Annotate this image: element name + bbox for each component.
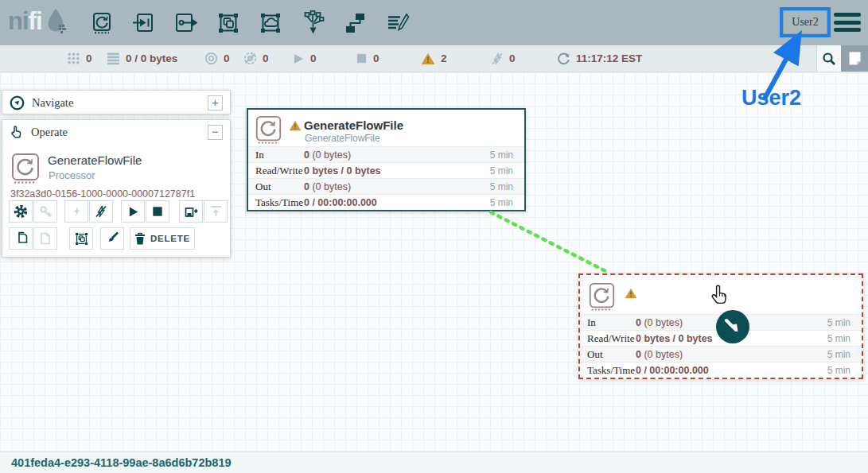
hamburger-bar: [834, 13, 861, 17]
status-transmitting: 0: [204, 45, 230, 72]
current-user[interactable]: User2: [783, 10, 827, 34]
stat-row-tasks: Tasks/Time 0 / 00:00:00.000 5 min: [580, 362, 862, 378]
drop-target-badge-icon: [715, 309, 750, 344]
group-button[interactable]: [69, 227, 93, 250]
mouse-hand-cursor: [709, 284, 730, 308]
enable-button[interactable]: [64, 200, 88, 223]
processor-generateflowfile[interactable]: GenerateFlowFile GenerateFlowFile In 0 (…: [247, 108, 526, 211]
template-icon[interactable]: [342, 10, 368, 36]
status-value: 0: [86, 52, 92, 64]
selected-component-name: GenerateFlowFile: [48, 153, 142, 167]
refresh-icon[interactable]: [557, 52, 570, 65]
stat-window: 5 min: [490, 181, 524, 192]
upload-template-button[interactable]: [204, 200, 228, 223]
stat-value-sub: (0 bytes): [641, 317, 683, 328]
search-icon: [822, 52, 836, 66]
status-value: 11:17:12 EST: [576, 52, 642, 64]
stat-window: 5 min: [827, 333, 862, 344]
stat-window: 5 min: [490, 149, 524, 161]
group-selection-icon: [74, 231, 89, 246]
stat-value: 0 (0 bytes): [636, 349, 683, 360]
remote-process-group-icon[interactable]: [258, 10, 283, 36]
processor-icon[interactable]: [89, 10, 115, 36]
warning-triangle-icon: [289, 120, 302, 131]
navigate-header[interactable]: Navigate +: [2, 91, 230, 114]
stat-window: 5 min: [827, 365, 862, 376]
logo-text-ni: ni: [8, 7, 29, 36]
stat-row-out: Out 0 (0 bytes) 5 min: [248, 178, 524, 194]
stat-value: 0 / 00:00:00.000: [304, 197, 377, 208]
stat-label: In: [580, 316, 636, 329]
status-value: 0 / 0 bytes: [126, 52, 177, 64]
input-port-icon[interactable]: [131, 10, 157, 36]
key-icon: [39, 205, 53, 219]
component-toolbar: [89, 0, 410, 45]
process-group-icon[interactable]: [216, 10, 241, 36]
current-user-highlight: User2: [780, 7, 831, 37]
stat-value-main: 0 / 00:00:00.000: [304, 197, 377, 208]
annotation-user-label: User2: [741, 86, 801, 110]
flow-id-breadcrumb[interactable]: 401feda4-e293-4118-99ae-8a6d6b72b819: [11, 456, 232, 469]
label-icon[interactable]: [384, 10, 410, 36]
stat-value: 0 bytes / 0 bytes: [304, 165, 381, 176]
navigate-title: Navigate: [32, 96, 73, 110]
top-toolbar: nifi: [0, 0, 868, 45]
operate-header[interactable]: Operate −: [2, 120, 230, 144]
operate-title: Operate: [31, 126, 68, 139]
global-menu-button[interactable]: [834, 13, 861, 32]
copy-button[interactable]: [9, 227, 33, 250]
stat-value-main: 0: [636, 349, 641, 360]
disable-button[interactable]: [89, 200, 113, 223]
threads-grid-icon: [67, 52, 80, 65]
navigate-expand-button[interactable]: +: [208, 95, 223, 110]
stat-window: 5 min: [490, 197, 524, 208]
start-button[interactable]: [121, 200, 145, 223]
status-value: 0: [373, 52, 380, 64]
search-button[interactable]: [816, 45, 841, 72]
processor-name: GenerateFlowFile: [304, 118, 403, 132]
gear-icon: [14, 204, 28, 219]
delete-button[interactable]: DELETE: [130, 227, 195, 250]
stat-value-main: 0: [304, 149, 309, 161]
stat-row-readwrite: Read/Write 0 bytes / 0 bytes 5 min: [248, 162, 524, 178]
stat-window: 5 min: [490, 165, 524, 176]
stat-window: 5 min: [827, 317, 862, 328]
stat-label: Tasks/Time: [580, 364, 636, 377]
stop-button[interactable]: [146, 200, 169, 223]
flow-status-bar: 0 0 / 0 bytes 0 0 0 0: [0, 45, 868, 72]
status-value: 0: [263, 52, 269, 64]
note-icon: [848, 51, 862, 66]
queued-list-icon: [107, 52, 120, 65]
running-play-icon: [292, 52, 305, 65]
lightning-icon: [71, 205, 83, 218]
color-button[interactable]: [100, 227, 124, 250]
status-queued: 0 / 0 bytes: [107, 45, 177, 72]
stat-value-main: 0: [636, 317, 641, 328]
bulletin-note-button[interactable]: [841, 45, 868, 72]
operate-collapse-button[interactable]: −: [208, 125, 223, 140]
paste-button[interactable]: [33, 227, 57, 250]
create-template-button[interactable]: [179, 200, 203, 223]
selected-component-id[interactable]: 3f32a3d0-0156-1000-0000-0000712787f1: [10, 188, 195, 200]
output-port-icon[interactable]: [173, 10, 199, 36]
configure-button[interactable]: [9, 200, 33, 223]
navigate-panel: Navigate +: [2, 90, 231, 114]
compass-icon: [10, 95, 25, 110]
logo-text-fi: fi: [29, 7, 42, 36]
selected-component-type: Processor: [49, 169, 95, 181]
funnel-icon[interactable]: [300, 10, 325, 36]
stat-value-main: 0 bytes / 0 bytes: [636, 333, 713, 344]
stopped-square-icon: [356, 52, 368, 64]
status-value: 0: [310, 52, 317, 64]
stat-label: In: [248, 149, 304, 161]
stat-value: 0 (0 bytes): [304, 181, 351, 192]
nifi-drop-icon: [45, 7, 68, 36]
save-template-icon: [185, 205, 198, 218]
status-value: 0: [224, 52, 230, 64]
status-disabled: 0: [491, 45, 516, 72]
not-transmitting-icon: [243, 52, 257, 65]
paste-icon: [39, 231, 52, 246]
stat-value-main: 0 / 00:00:00.000: [636, 365, 709, 376]
access-policies-button[interactable]: [33, 200, 57, 223]
stat-value-sub: (0 bytes): [309, 149, 351, 161]
